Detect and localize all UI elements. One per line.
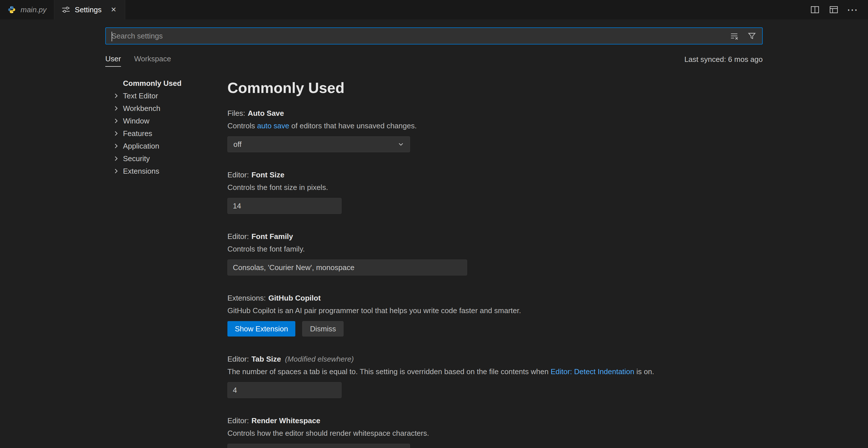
toc-item-label: Workbench bbox=[123, 104, 160, 113]
setting-title: Editor:Font Family bbox=[227, 231, 763, 241]
setting-category: Files: bbox=[227, 109, 245, 118]
toc-item-window[interactable]: Window bbox=[105, 115, 227, 127]
description-text: Controls bbox=[227, 122, 257, 130]
toc-item-label: Commonly Used bbox=[123, 79, 182, 88]
search-input[interactable] bbox=[112, 32, 725, 40]
setting-row-files-auto-save: Files:Auto Save Controls auto save of ed… bbox=[227, 108, 763, 152]
detect-indentation-link[interactable]: Editor: Detect Indentation bbox=[551, 367, 634, 376]
tab-size-input[interactable] bbox=[227, 382, 342, 398]
auto-save-select[interactable]: off bbox=[227, 136, 410, 152]
setting-row-extensions-github-copilot: Extensions:GitHub Copilot GitHub Copilot… bbox=[227, 293, 763, 337]
setting-label: Font Family bbox=[251, 232, 293, 241]
chevron-right-icon bbox=[112, 129, 120, 137]
toc-item-label: Security bbox=[123, 154, 150, 163]
chevron-right-icon bbox=[112, 92, 120, 100]
font-size-input[interactable] bbox=[227, 198, 342, 214]
setting-category: Editor: bbox=[227, 232, 249, 241]
setting-category: Editor: bbox=[227, 416, 249, 425]
text-caret bbox=[112, 32, 112, 41]
search-box-actions bbox=[729, 28, 757, 44]
setting-label: GitHub Copilot bbox=[268, 294, 320, 302]
tab-label: main.py bbox=[21, 5, 46, 14]
description-text: of editors that have unsaved changes. bbox=[289, 122, 417, 130]
chevron-right-icon bbox=[112, 104, 120, 113]
toc-item-commonly-used[interactable]: Commonly Used bbox=[105, 77, 227, 90]
tab-main-py[interactable]: main.py bbox=[0, 0, 54, 20]
description-text: is on. bbox=[634, 367, 654, 376]
dismiss-button[interactable]: Dismiss bbox=[302, 321, 344, 337]
more-actions-icon[interactable]: ⋯ bbox=[847, 5, 858, 15]
customize-layout-icon[interactable] bbox=[829, 5, 839, 15]
setting-description: Controls how the editor should render wh… bbox=[227, 428, 763, 438]
toc-item-features[interactable]: Features bbox=[105, 127, 227, 140]
setting-label: Render Whitespace bbox=[251, 416, 320, 425]
settings-search-box[interactable] bbox=[105, 27, 763, 44]
select-value: off bbox=[234, 140, 241, 149]
vscode-settings-window: { "titlebar": { "tabs": [ { "label": "ma… bbox=[0, 0, 868, 448]
chevron-right-icon bbox=[112, 117, 120, 125]
setting-description: Controls the font size in pixels. bbox=[227, 183, 763, 192]
toc-item-extensions[interactable]: Extensions bbox=[105, 165, 227, 178]
setting-category: Editor: bbox=[227, 355, 249, 363]
setting-control: Show Extension Dismiss bbox=[227, 321, 763, 337]
setting-category: Editor: bbox=[227, 170, 249, 179]
auto-save-link[interactable]: auto save bbox=[257, 122, 289, 130]
editor-tab-bar: main.py Settings ✕ bbox=[0, 0, 868, 20]
settings-search-row bbox=[105, 27, 763, 44]
description-text: The number of spaces a tab is equal to. … bbox=[227, 367, 551, 376]
toc-item-text-editor[interactable]: Text Editor bbox=[105, 90, 227, 102]
toc-item-security[interactable]: Security bbox=[105, 152, 227, 165]
settings-scope-row: User Workspace Last synced: 6 mos ago bbox=[105, 53, 763, 67]
scope-tab-workspace[interactable]: Workspace bbox=[134, 55, 171, 67]
toc-item-label: Extensions bbox=[123, 167, 159, 176]
editor-actions: ⋯ bbox=[810, 0, 868, 20]
setting-control bbox=[227, 382, 763, 398]
tab-bar-spacer bbox=[125, 0, 810, 20]
show-extension-button[interactable]: Show Extension bbox=[227, 321, 295, 337]
render-whitespace-select[interactable] bbox=[227, 444, 410, 448]
setting-title: Editor:Font Size bbox=[227, 170, 763, 180]
setting-control: off bbox=[227, 136, 763, 152]
python-file-icon bbox=[7, 5, 16, 14]
setting-label: Auto Save bbox=[248, 109, 284, 118]
setting-control bbox=[227, 259, 763, 276]
tab-settings[interactable]: Settings ✕ bbox=[54, 0, 125, 20]
last-synced-label: Last synced: 6 mos ago bbox=[684, 55, 763, 67]
split-editor-icon[interactable] bbox=[810, 5, 820, 15]
modified-elsewhere-label: (Modified elsewhere) bbox=[285, 355, 354, 363]
setting-description: The number of spaces a tab is equal to. … bbox=[227, 367, 763, 377]
toc-item-workbench[interactable]: Workbench bbox=[105, 102, 227, 115]
settings-section-heading: Commonly Used bbox=[227, 80, 763, 96]
close-tab-icon[interactable]: ✕ bbox=[110, 5, 118, 14]
filter-settings-icon[interactable] bbox=[747, 31, 757, 41]
setting-category: Extensions: bbox=[227, 294, 266, 302]
chevron-right-icon bbox=[112, 142, 120, 150]
scope-tab-user[interactable]: User bbox=[105, 55, 121, 67]
setting-title: Extensions:GitHub Copilot bbox=[227, 293, 763, 303]
toc-item-label: Features bbox=[123, 129, 152, 138]
toc-item-label: Application bbox=[123, 142, 159, 151]
chevron-right-icon bbox=[112, 155, 120, 163]
setting-description: Controls the font family. bbox=[227, 244, 763, 254]
settings-list: Commonly Used Files:Auto Save Controls a… bbox=[227, 70, 763, 448]
settings-toc: Commonly Used Text Editor Workbench Wind… bbox=[105, 70, 227, 178]
setting-title: Editor:Tab Size(Modified elsewhere) bbox=[227, 354, 763, 364]
setting-row-editor-font-family: Editor:Font Family Controls the font fam… bbox=[227, 231, 763, 276]
settings-sliders-icon bbox=[62, 5, 70, 14]
setting-control bbox=[227, 198, 763, 214]
clear-search-filters-icon[interactable] bbox=[729, 31, 739, 41]
setting-control bbox=[227, 444, 763, 448]
setting-description: GitHub Copilot is an AI pair programmer … bbox=[227, 306, 763, 315]
chevron-down-icon bbox=[397, 140, 405, 148]
setting-row-editor-font-size: Editor:Font Size Controls the font size … bbox=[227, 170, 763, 214]
setting-title: Editor:Render Whitespace bbox=[227, 416, 763, 425]
font-family-input[interactable] bbox=[227, 259, 467, 276]
toc-item-label: Text Editor bbox=[123, 92, 158, 100]
setting-row-editor-tab-size: Editor:Tab Size(Modified elsewhere) The … bbox=[227, 354, 763, 398]
chevron-right-icon bbox=[112, 167, 120, 175]
setting-row-editor-render-whitespace: Editor:Render Whitespace Controls how th… bbox=[227, 416, 763, 448]
setting-label: Tab Size bbox=[251, 355, 281, 363]
setting-description: Controls auto save of editors that have … bbox=[227, 121, 763, 131]
toc-item-application[interactable]: Application bbox=[105, 140, 227, 152]
setting-label: Font Size bbox=[251, 170, 284, 179]
